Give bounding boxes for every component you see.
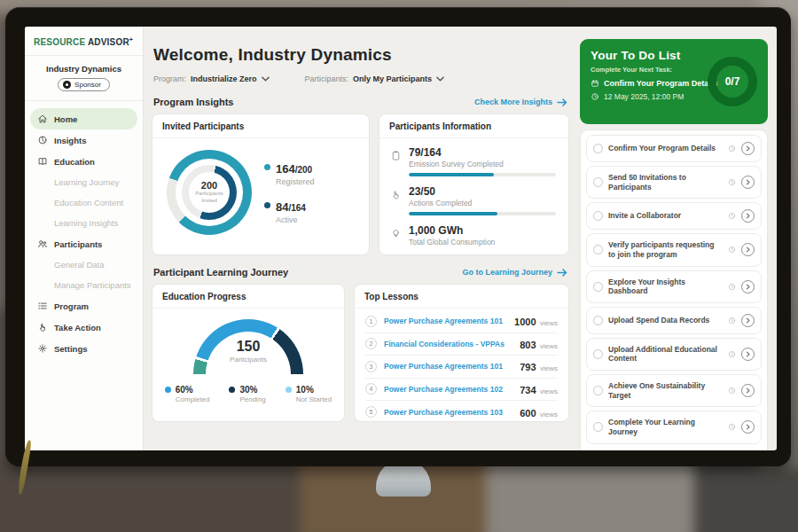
chevron-right-icon <box>745 424 751 430</box>
task-open-button[interactable] <box>741 348 755 361</box>
sidebar-subitem-label: Learning Insights <box>54 218 118 228</box>
sidebar-item-education[interactable]: Education <box>30 151 137 172</box>
legend-dot <box>264 164 270 170</box>
task-open-button[interactable] <box>741 314 755 327</box>
sidebar-item-label: Home <box>54 114 77 124</box>
task-open-button[interactable] <box>741 209 755 223</box>
logo-secondary: ADVISOR <box>88 37 129 47</box>
task-invite-collaborator[interactable]: Invite a Collaborator <box>586 202 762 230</box>
task-open-button[interactable] <box>741 176 755 189</box>
lesson-link[interactable]: Power Purchase Agreements 102 <box>384 385 512 394</box>
sidebar-item-learning-insights[interactable]: Learning Insights <box>30 213 137 233</box>
sidebar-subitem-label: Learning Journey <box>54 177 119 187</box>
sidebar-item-settings[interactable]: Settings <box>30 338 137 359</box>
donut-center-value: 200 <box>201 180 217 191</box>
sidebar-subitem-label: Manage Participants <box>54 280 131 290</box>
invited-participants-donut-chart: 200 Participants Invited <box>167 150 252 235</box>
check-more-insights-link[interactable]: Check More Insights <box>474 98 567 106</box>
insights-icon <box>37 135 48 145</box>
sidebar-item-education-content[interactable]: Education Content <box>30 192 137 213</box>
chevron-right-icon <box>745 213 751 219</box>
legend-label: Active <box>276 215 306 224</box>
lesson-link[interactable]: Power Purchase Agreements 103 <box>384 408 512 417</box>
sidebar-item-home[interactable]: Home <box>30 108 137 129</box>
clock-icon <box>728 246 736 254</box>
task-explore-insights[interactable]: Explore Your Insights Dashboard <box>586 270 762 303</box>
lesson-row: 3 Power Purchase Agreements 101 793 view… <box>365 356 558 379</box>
task-open-button[interactable] <box>741 280 755 293</box>
task-checkbox[interactable] <box>593 386 603 395</box>
clock-icon <box>728 423 736 431</box>
sidebar: RESOURCE ADVISOR+ Industry Dynamics Spon… <box>25 27 144 450</box>
task-checkbox[interactable] <box>593 211 603 221</box>
go-to-learning-journey-link[interactable]: Go to Learning Journey <box>462 268 567 277</box>
task-checkbox[interactable] <box>593 316 603 325</box>
stat-value: 23/50 <box>409 185 556 198</box>
program-filter[interactable]: Program: Industrialize Zero <box>153 74 270 83</box>
task-complete-learning-journey[interactable]: Complete Your Learning Journey <box>586 411 762 443</box>
page-title: Welcome, Industry Dynamics <box>153 45 569 65</box>
profile-block: Industry Dynamics Sponsor <box>25 56 143 101</box>
clock-icon <box>728 317 736 325</box>
sidebar-item-participants[interactable]: Participants <box>30 233 137 254</box>
chevron-right-icon <box>745 387 751 394</box>
sidebar-item-general-data[interactable]: General Data <box>30 254 137 275</box>
clock-icon <box>728 350 736 358</box>
arrow-right-icon <box>557 98 567 106</box>
consumption-stat: 1,000 GWh Total Global Consumption <box>390 224 556 246</box>
task-confirm-program-details[interactable]: Confirm Your Program Details <box>586 135 762 162</box>
task-checkbox[interactable] <box>593 349 603 359</box>
stat-value: 79/164 <box>409 146 556 159</box>
program-icon <box>37 301 48 311</box>
collapse-tasks-link[interactable]: Collapse Tasks <box>586 448 762 451</box>
legend-label: Registered <box>276 177 315 186</box>
task-checkbox[interactable] <box>593 422 603 432</box>
sidebar-item-manage-participants[interactable]: Manage Participants <box>30 275 137 295</box>
filters-row: Program: Industrialize Zero Participants… <box>153 74 569 83</box>
chevron-right-icon <box>745 284 751 290</box>
card-title: Top Lessons <box>355 285 568 309</box>
todo-tasks-card: Confirm Your Program Details Send 50 Inv… <box>580 129 768 450</box>
sponsor-badge-icon <box>63 81 71 89</box>
task-upload-educational-content[interactable]: Upload Additional Educational Content <box>586 338 762 371</box>
education-progress-card: Education Progress 150 Participants <box>152 284 345 422</box>
sidebar-item-label: Take Action <box>54 323 101 332</box>
task-send-invitations[interactable]: Send 50 Invitations to Participants <box>586 166 762 199</box>
task-open-button[interactable] <box>741 420 755 434</box>
lesson-link[interactable]: Power Purchase Agreements 101 <box>384 362 512 371</box>
clipboard-icon <box>390 150 402 161</box>
sidebar-item-program[interactable]: Program <box>30 295 137 317</box>
lesson-views: 1000 views <box>514 313 558 329</box>
sidebar-item-label: Education <box>54 157 95 167</box>
task-checkbox[interactable] <box>593 144 603 153</box>
sidebar-item-learning-journey[interactable]: Learning Journey <box>30 172 137 192</box>
sidebar-item-take-action[interactable]: Take Action <box>30 317 137 338</box>
lesson-rank-badge: 2 <box>365 338 377 349</box>
lesson-link[interactable]: Financial Considerations - VPPAs <box>384 340 512 348</box>
task-verify-participants[interactable]: Verify participants requesting to join t… <box>586 233 762 266</box>
lesson-row: 1 Power Purchase Agreements 101 1000 vie… <box>365 310 558 333</box>
lesson-link[interactable]: Power Purchase Agreements 101 <box>384 317 507 325</box>
task-upload-spend-data[interactable]: Upload Spend Data Records <box>586 307 762 334</box>
chevron-down-icon <box>262 76 270 82</box>
monitor-bezel: RESOURCE ADVISOR+ Industry Dynamics Spon… <box>5 7 791 466</box>
task-checkbox[interactable] <box>593 177 603 187</box>
task-open-button[interactable] <box>741 142 755 155</box>
sidebar-item-insights[interactable]: Insights <box>30 129 137 151</box>
lesson-rank-badge: 3 <box>365 361 377 372</box>
task-open-button[interactable] <box>741 243 755 256</box>
sponsor-badge[interactable]: Sponsor <box>58 78 110 91</box>
stat-value: 1,000 GWh <box>409 224 556 237</box>
participants-filter[interactable]: Participants: Only My Participants <box>305 74 445 83</box>
task-achieve-sustainability-target[interactable]: Achieve One Sustainability Target <box>586 374 762 407</box>
program-insights-title: Program Insights <box>153 97 233 107</box>
task-open-button[interactable] <box>741 384 755 397</box>
task-checkbox[interactable] <box>593 282 603 292</box>
education-icon <box>37 156 48 167</box>
lesson-views: 600 views <box>520 404 558 420</box>
main-content: Welcome, Industry Dynamics Program: Indu… <box>144 27 578 450</box>
legend-dot <box>264 202 270 208</box>
logo-primary: RESOURCE <box>34 37 85 47</box>
donut-center-label: Participants Invited <box>192 191 227 205</box>
task-checkbox[interactable] <box>593 245 603 254</box>
